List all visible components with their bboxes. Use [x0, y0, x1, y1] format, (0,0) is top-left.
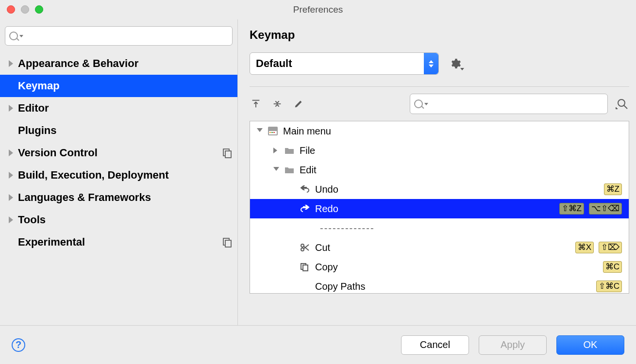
nav-label: Keymap	[18, 80, 60, 92]
svg-point-3	[618, 99, 625, 106]
svg-rect-8	[271, 132, 273, 133]
shortcut-badge: ⇧⌘C	[596, 281, 622, 292]
tree-row-copy-paths[interactable]: Copy Paths ⇧⌘C	[250, 277, 629, 294]
updown-arrows-icon	[424, 53, 438, 74]
tree-label: Undo	[315, 184, 338, 195]
tree-label: File	[300, 145, 315, 156]
scheme-select-value: Default	[256, 57, 292, 70]
action-search-input[interactable]	[430, 99, 603, 109]
shortcuts: ⌘X ⇧⌦	[575, 242, 622, 253]
shortcuts: ⇧⌘C	[596, 281, 622, 292]
tree-row-undo[interactable]: Undo ⌘Z	[250, 180, 629, 199]
tree-label: Edit	[300, 165, 316, 176]
shortcuts: ⌘C	[603, 261, 622, 273]
main-menu-icon	[268, 126, 278, 136]
svg-line-4	[624, 105, 627, 109]
tree-label: -------------	[320, 223, 375, 234]
project-scope-icon	[223, 238, 232, 247]
disclosure-right-icon	[9, 194, 13, 201]
shortcut-badge: ⇧⌦	[599, 242, 622, 253]
disclosure-right-icon	[273, 148, 279, 153]
ok-button[interactable]: OK	[556, 335, 624, 355]
nav-appearance[interactable]: Appearance & Behavior	[0, 52, 237, 75]
nav-plugins[interactable]: Plugins	[0, 119, 237, 142]
nav-version-control[interactable]: Version Control	[0, 142, 237, 164]
collapse-all-icon[interactable]	[271, 98, 284, 110]
folder-icon	[284, 165, 295, 175]
dialog-footer: ? Cancel Apply OK	[0, 325, 636, 364]
shortcut-badge: ⌘X	[575, 242, 594, 253]
tree-label: Redo	[315, 203, 338, 215]
folder-icon	[284, 146, 295, 155]
tree-row-copy[interactable]: Copy ⌘C	[250, 257, 629, 277]
edit-icon[interactable]	[292, 98, 305, 110]
caret-down-icon	[424, 103, 428, 105]
window-title: Preferences	[0, 4, 636, 15]
nav-label: Languages & Frameworks	[18, 191, 151, 204]
blank-icon	[300, 281, 310, 291]
disclosure-right-icon	[9, 216, 13, 223]
tree-label: Main menu	[283, 126, 331, 137]
tree-row-separator: -------------	[250, 218, 629, 238]
project-scope-icon	[223, 149, 232, 157]
keymap-scheme-select[interactable]: Default	[250, 52, 439, 75]
nav-label: Editor	[18, 102, 49, 115]
tree-label: Cut	[315, 242, 330, 253]
nav-label: Build, Execution, Deployment	[18, 169, 168, 182]
search-icon	[414, 99, 423, 108]
caret-down-icon	[19, 35, 23, 37]
tree-row-file[interactable]: File	[250, 141, 629, 160]
disclosure-right-icon	[9, 105, 13, 112]
nav-keymap[interactable]: Keymap	[0, 75, 237, 97]
disclosure-right-icon	[9, 149, 13, 156]
keymap-panel: Keymap Default	[238, 19, 636, 325]
undo-icon	[300, 184, 310, 194]
panel-title: Keymap	[250, 28, 629, 42]
nav-label: Experimental	[18, 236, 85, 248]
nav-experimental[interactable]: Experimental	[0, 231, 237, 253]
blank-icon	[300, 223, 310, 233]
nav-tools[interactable]: Tools	[0, 209, 237, 231]
help-button[interactable]: ?	[12, 338, 25, 352]
nav-label: Appearance & Behavior	[18, 57, 138, 70]
expand-all-icon[interactable]	[250, 98, 262, 110]
find-by-shortcut-icon[interactable]	[616, 97, 629, 111]
apply-button: Apply	[479, 335, 547, 355]
tree-row-edit[interactable]: Edit	[250, 160, 629, 180]
shortcut-badge: ⇧⌘Z	[559, 203, 584, 215]
scissors-icon	[300, 243, 310, 252]
nav-label: Version Control	[18, 147, 98, 159]
tree-row-redo[interactable]: Redo ⇧⌘Z ⌥⇧⌫	[250, 199, 629, 218]
nav-label: Plugins	[18, 124, 56, 137]
search-icon	[9, 32, 18, 40]
tree-label: Copy	[315, 262, 338, 273]
svg-rect-9	[273, 132, 275, 133]
shortcuts: ⌘Z	[604, 183, 622, 195]
action-search[interactable]	[410, 94, 608, 114]
disclosure-right-icon	[9, 60, 13, 67]
titlebar: Preferences	[0, 0, 636, 19]
shortcut-badge: ⌘Z	[604, 183, 622, 195]
nav-languages[interactable]: Languages & Frameworks	[0, 186, 237, 209]
cancel-button[interactable]: Cancel	[401, 335, 469, 355]
nav-build[interactable]: Build, Execution, Deployment	[0, 164, 237, 186]
redo-icon	[300, 204, 310, 214]
divider	[250, 86, 629, 87]
disclosure-right-icon	[9, 172, 13, 179]
shortcut-badge: ⌘C	[603, 261, 622, 273]
settings-search-input[interactable]	[25, 31, 228, 41]
svg-rect-15	[303, 265, 308, 271]
gear-icon[interactable]	[450, 58, 461, 69]
copy-icon	[300, 262, 310, 272]
tree-row-main-menu[interactable]: Main menu	[250, 121, 629, 141]
disclosure-down-icon	[257, 128, 263, 134]
svg-rect-7	[269, 132, 271, 133]
tree-row-cut[interactable]: Cut ⌘X ⇧⌦	[250, 238, 629, 257]
settings-nav: Appearance & Behavior Keymap Editor Plug…	[0, 52, 237, 253]
settings-search[interactable]	[5, 26, 233, 46]
keymap-tree[interactable]: Main menu File Edit	[250, 121, 629, 294]
shortcuts: ⇧⌘Z ⌥⇧⌫	[559, 203, 622, 215]
shortcut-badge: ⌥⇧⌫	[589, 203, 622, 215]
settings-sidebar: Appearance & Behavior Keymap Editor Plug…	[0, 19, 238, 325]
nav-editor[interactable]: Editor	[0, 97, 237, 119]
